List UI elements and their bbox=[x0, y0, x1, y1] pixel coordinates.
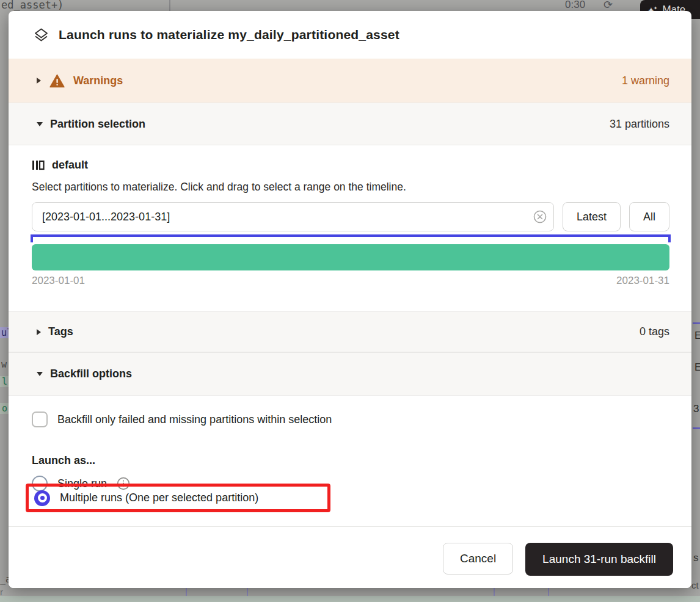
launch-as-label: Launch as... bbox=[32, 454, 95, 467]
warning-triangle-icon bbox=[49, 74, 65, 88]
clear-input-icon[interactable] bbox=[533, 210, 547, 223]
materialize-layers-icon bbox=[33, 27, 49, 43]
timeline-start-date: 2023-01-01 bbox=[32, 275, 85, 287]
partition-input-row: Latest All bbox=[32, 202, 669, 231]
latest-button[interactable]: Latest bbox=[563, 202, 621, 231]
background-asset-text: ed_asset+) bbox=[1, 0, 64, 11]
multiple-runs-label: Multiple runs (One per selected partitio… bbox=[60, 491, 258, 504]
chevron-down-icon bbox=[37, 372, 43, 376]
dialog-title: Launch runs to materialize my_daily_part… bbox=[59, 27, 399, 42]
warnings-label: Warnings bbox=[73, 74, 123, 87]
background-divider bbox=[169, 0, 170, 11]
background-panel-border bbox=[693, 322, 700, 324]
selected-partitions-bar[interactable] bbox=[32, 244, 669, 270]
background-table-row bbox=[0, 596, 700, 602]
background-text-fragment: E bbox=[695, 361, 700, 374]
partition-range-input[interactable] bbox=[32, 202, 554, 231]
background-text-fragment: E bbox=[695, 330, 700, 342]
cancel-button[interactable]: Cancel bbox=[443, 543, 513, 575]
dimension-name: default bbox=[52, 159, 88, 172]
partition-count: 31 partitions bbox=[610, 118, 669, 131]
background-text-fragment: s bbox=[693, 552, 699, 564]
partition-timeline[interactable] bbox=[32, 234, 669, 271]
failed-missing-checkbox-label: Backfill only failed and missing partiti… bbox=[57, 413, 332, 426]
backfill-options-header[interactable]: Backfill options bbox=[9, 352, 691, 396]
backfill-options-label: Backfill options bbox=[50, 368, 132, 380]
warnings-count: 1 warning bbox=[622, 74, 669, 87]
dialog-footer: Cancel Launch 31-run backfill bbox=[9, 526, 691, 588]
timeline-date-labels: 2023-01-01 2023-01-31 bbox=[32, 275, 669, 287]
tags-section-header[interactable]: Tags 0 tags bbox=[9, 311, 691, 352]
dialog-header: Launch runs to materialize my_daily_part… bbox=[9, 11, 691, 59]
chevron-right-icon bbox=[37, 78, 41, 84]
all-button[interactable]: All bbox=[629, 202, 669, 231]
multiple-runs-radio[interactable] bbox=[34, 490, 50, 506]
tags-label: Tags bbox=[48, 325, 73, 338]
background-panel-border bbox=[693, 427, 700, 429]
background-code-fragment: w bbox=[1, 359, 7, 370]
background-code-fragment: o bbox=[0, 403, 9, 414]
partition-selection-label: Partition selection bbox=[50, 118, 145, 131]
partition-help-text: Select partitions to materialize. Click … bbox=[32, 181, 406, 194]
launch-backfill-button[interactable]: Launch 31-run backfill bbox=[525, 543, 673, 576]
annotation-highlight-box: Multiple runs (One per selected partitio… bbox=[26, 484, 330, 512]
refresh-icon: ⟳ bbox=[603, 0, 613, 12]
tags-count: 0 tags bbox=[640, 325, 669, 338]
dimension-header: default bbox=[32, 159, 88, 172]
background-code-fragment: l bbox=[0, 376, 9, 387]
partition-set-icon bbox=[32, 159, 45, 172]
launch-backfill-dialog: Launch runs to materialize my_daily_part… bbox=[9, 11, 691, 588]
background-text-fragment: 3 bbox=[693, 403, 699, 415]
backfill-options-body: Backfill only failed and missing partiti… bbox=[9, 396, 691, 526]
failed-missing-checkbox-row[interactable]: Backfill only failed and missing partiti… bbox=[32, 412, 332, 427]
chevron-right-icon bbox=[37, 329, 41, 335]
timeline-end-date: 2023-01-31 bbox=[616, 275, 669, 287]
partition-range-field bbox=[32, 202, 554, 231]
selection-range-outline bbox=[31, 234, 671, 242]
partition-selection-header[interactable]: Partition selection 31 partitions bbox=[9, 103, 691, 145]
chevron-down-icon bbox=[37, 122, 43, 126]
failed-missing-checkbox[interactable] bbox=[32, 412, 48, 427]
partition-selection-body: default Select partitions to materialize… bbox=[9, 145, 691, 311]
refresh-countdown: 0:30 bbox=[565, 0, 585, 11]
warnings-section-header[interactable]: Warnings 1 warning bbox=[9, 59, 691, 103]
background-text-fragment: ct bbox=[691, 580, 699, 590]
